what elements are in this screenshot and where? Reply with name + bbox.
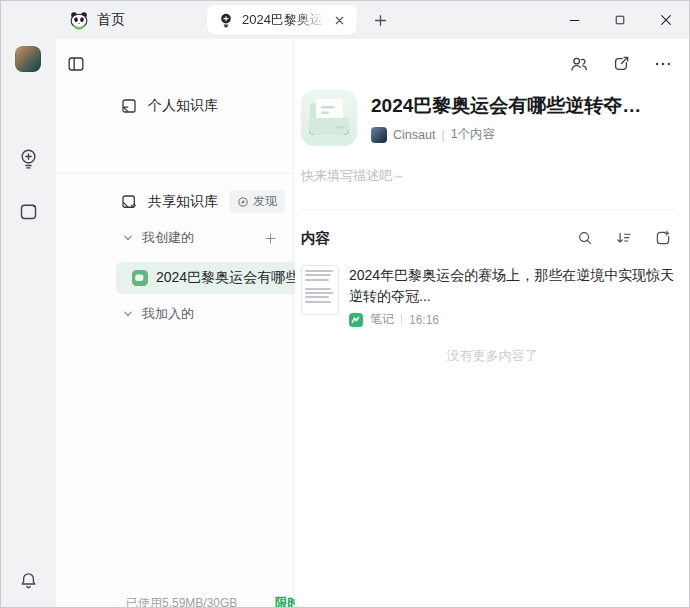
item-title: 2024年巴黎奥运会的赛场上，那些在逆境中实现惊天逆转的夺冠...: [349, 265, 675, 307]
home-tab[interactable]: 首页: [63, 5, 131, 35]
share-button[interactable]: [608, 51, 634, 77]
note-badge-icon: [349, 313, 363, 327]
description-placeholder[interactable]: 快来填写描述吧～: [301, 167, 405, 185]
owner-row: Cinsaut | 1个内容: [371, 126, 677, 143]
item-body: 2024年巴黎奥运会的赛场上，那些在逆境中实现惊天逆转的夺冠... 笔记 16:…: [349, 265, 675, 328]
tab-title: 2024巴黎奥运会: [242, 11, 329, 29]
kb-title: 2024巴黎奥运会有哪些逆转夺…: [371, 93, 677, 119]
discover-button[interactable]: 发现: [229, 190, 285, 213]
item-meta: 笔记 16:16: [349, 311, 675, 328]
item-thumbnail: [301, 265, 339, 315]
notifications-button[interactable]: [14, 566, 42, 594]
add-content-button[interactable]: [651, 226, 675, 250]
window-controls: [551, 1, 689, 39]
section-title: 内容: [301, 229, 330, 248]
shared-kb-label: 共享知识库: [148, 193, 218, 211]
sidebar-item-personal-kb[interactable]: 个人知识库: [56, 91, 293, 121]
chevron-down-icon: [122, 232, 134, 244]
created-group-label: 我创建的: [142, 229, 194, 247]
minimize-button[interactable]: [551, 1, 597, 39]
members-button[interactable]: [566, 51, 592, 77]
kb-cover-icon: [301, 90, 357, 146]
storage-used-label: 已使用5.59MB/30GB: [126, 595, 237, 608]
search-button[interactable]: [573, 226, 597, 250]
topbar: 首页 2024巴黎奥运会: [1, 1, 689, 39]
content-section-header: 内容: [301, 225, 675, 251]
add-kb-button[interactable]: [259, 227, 281, 249]
group-created[interactable]: 我创建的: [56, 225, 293, 251]
more-button[interactable]: [650, 51, 676, 77]
app-window: 首页 2024巴黎奥运会: [0, 0, 690, 608]
panda-logo-icon: [69, 10, 89, 30]
left-rail: [1, 39, 56, 607]
content-list-item[interactable]: 2024年巴黎奥运会的赛场上，那些在逆境中实现惊天逆转的夺冠... 笔记 16:…: [301, 265, 675, 328]
main-content: 2024巴黎奥运会有哪些逆转夺… Cinsaut | 1个内容 快来填写描述吧～…: [295, 39, 689, 607]
kb-actions: [566, 51, 676, 77]
sidebar-panel: 个人知识库 共享知识库 发现: [56, 39, 294, 607]
item-time: 16:16: [409, 313, 439, 327]
personal-kb-label: 个人知识库: [148, 97, 218, 115]
joined-group-label: 我加入的: [142, 305, 194, 323]
sidebar-item-shared-kb[interactable]: 共享知识库 发现: [56, 187, 293, 217]
main-divider: [301, 209, 675, 210]
collapse-panel-button[interactable]: [63, 51, 89, 77]
meta-divider: [401, 314, 402, 325]
kb-header: 2024巴黎奥运会有哪些逆转夺… Cinsaut | 1个内容: [371, 93, 677, 143]
item-type-label: 笔记: [370, 311, 394, 328]
owner-name: Cinsaut: [393, 128, 435, 142]
new-tab-button[interactable]: [367, 7, 393, 33]
content-count: 1个内容: [451, 126, 495, 143]
no-more-content-label: 没有更多内容了: [295, 347, 689, 365]
group-joined[interactable]: 我加入的: [56, 301, 293, 327]
user-avatar[interactable]: [15, 46, 41, 72]
tab-bulb-icon: [218, 12, 234, 28]
owner-separator: |: [441, 128, 444, 142]
shared-kb-icon: [120, 193, 138, 211]
discover-label: 发现: [253, 193, 277, 210]
discover-icon: [237, 196, 249, 208]
ai-idea-button[interactable]: [14, 144, 42, 172]
sidebar-divider: [56, 173, 292, 174]
chevron-down-icon: [122, 308, 134, 320]
active-tab[interactable]: 2024巴黎奥运会: [207, 5, 357, 35]
personal-kb-icon: [120, 97, 138, 115]
sort-button[interactable]: [612, 226, 636, 250]
compose-button[interactable]: [14, 197, 42, 225]
close-window-button[interactable]: [643, 1, 689, 39]
maximize-button[interactable]: [597, 1, 643, 39]
owner-avatar: [371, 127, 387, 143]
tab-close-button[interactable]: [329, 10, 349, 30]
home-label: 首页: [97, 11, 125, 29]
kb-item-icon: [132, 270, 148, 286]
